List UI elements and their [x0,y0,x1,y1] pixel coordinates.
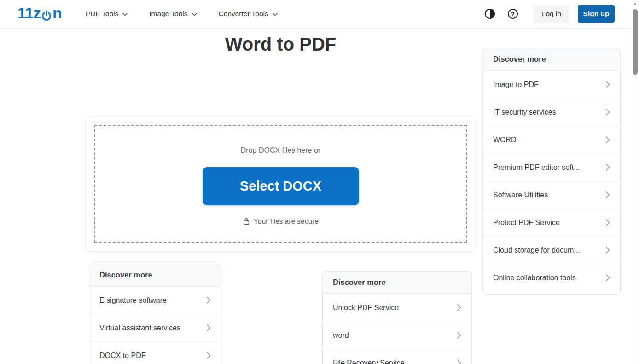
help-icon[interactable]: ? [508,9,518,19]
list-item-label: Cloud storage for docum... [493,246,580,254]
list-item-label: Premium PDF editor soft... [493,163,580,172]
secure-note: Your files are secure [243,217,319,225]
nav-menu-item[interactable]: Converter Tools [219,10,278,18]
discover-more-panel-bottom-middle: Discover more Unlock PDF Service word Fi… [322,271,472,364]
chevron-right-icon [606,191,610,198]
panel-header: Discover more [323,272,471,294]
nav-menu-label: Converter Tools [219,10,268,18]
list-item-label: word [333,331,349,340]
login-button[interactable]: Log in [534,5,569,23]
list-item[interactable]: IT security services [483,98,620,126]
chevron-right-icon [606,274,610,281]
list-item[interactable]: Virtual assistant services [89,314,221,341]
discover-more-panel-right: Discover more Image to PDF IT security s… [482,48,621,295]
list-item-label: File Recovery Service [333,359,405,364]
secure-note-text: Your files are secure [254,217,319,225]
list-item[interactable]: Unlock PDF Service [323,294,471,321]
list-item[interactable]: Premium PDF editor soft... [483,153,620,181]
nav-menu-label: Image Tools [149,10,187,18]
chevron-right-icon [606,164,610,171]
brand-logo[interactable]: 11z n [17,4,62,22]
list-item[interactable]: Cloud storage for docum... [483,236,620,264]
list-item-label: WORD [493,136,517,144]
chevron-right-icon [207,297,211,304]
list-item-label: Image to PDF [493,81,539,89]
chevron-right-icon [606,136,610,143]
list-item[interactable]: Protect PDF Service [483,208,620,236]
dark-mode-toggle-icon[interactable] [485,9,495,19]
vertical-scrollbar[interactable]: ▲ [631,0,639,364]
upload-card: Drop DOCX files here or Select DOCX Your… [86,117,475,251]
chevron-right-icon [457,304,461,311]
chevron-right-icon [457,359,461,364]
file-dropzone[interactable]: Drop DOCX files here or Select DOCX Your… [94,125,467,243]
panel-list: Image to PDF IT security services WORD P… [483,70,620,291]
nav-menus: PDF Tools Image Tools Converter Tools [86,0,278,28]
chevron-right-icon [606,109,610,116]
panel-list: E signature software Virtual assistant s… [89,286,221,364]
list-item-label: Protect PDF Service [493,219,560,227]
nav-menu-item[interactable]: PDF Tools [86,10,128,18]
list-item[interactable]: DOCX to PDF [89,341,221,364]
top-navbar: 11z n PDF Tools Image Tools Converter To… [0,0,631,28]
power-icon [41,8,52,20]
chevron-right-icon [207,352,211,359]
drop-instruction-text: Drop DOCX files here or [241,146,320,155]
list-item[interactable]: WORD [483,126,620,153]
list-item-label: E signature software [99,296,167,305]
list-item-label: Software Utilities [493,191,548,199]
list-item-label: Virtual assistant services [99,324,180,332]
brand-logo-text-prefix: 11z [17,4,41,22]
brand-logo-text-suffix: n [52,4,62,22]
page-title: Word to PDF [86,34,475,55]
select-docx-button[interactable]: Select DOCX [203,167,359,205]
chevron-down-icon [192,13,197,16]
discover-more-panel-bottom-left: Discover more E signature software Virtu… [89,264,221,364]
list-item[interactable]: Software Utilities [483,181,620,208]
list-item-label: DOCX to PDF [99,352,145,360]
chevron-right-icon [606,219,610,226]
panel-header: Discover more [89,264,221,286]
panel-list: Unlock PDF Service word File Recovery Se… [323,294,471,364]
signup-button[interactable]: Sign up [578,5,615,23]
list-item-label: Unlock PDF Service [333,304,399,312]
chevron-right-icon [606,247,610,254]
navbar-actions: ? Log in Sign up [485,0,615,28]
list-item[interactable]: Online collaboration tools [483,264,620,291]
nav-menu-label: PDF Tools [86,10,118,18]
chevron-right-icon [207,324,211,331]
list-item[interactable]: File Recovery Service [323,349,471,364]
list-item[interactable]: E signature software [89,286,221,314]
chevron-right-icon [457,332,461,339]
list-item-label: IT security services [493,108,556,116]
scrollbar-thumb[interactable] [633,9,638,75]
chevron-down-icon [273,13,278,16]
lock-icon [243,217,250,225]
chevron-down-icon [122,13,128,16]
nav-menu-item[interactable]: Image Tools [149,10,197,18]
list-item[interactable]: Image to PDF [483,70,620,98]
list-item-label: Online collaboration tools [493,274,576,282]
scrollbar-up-arrow-icon[interactable]: ▲ [631,1,639,6]
chevron-right-icon [606,81,610,88]
panel-header: Discover more [483,48,620,70]
list-item[interactable]: word [323,321,471,349]
